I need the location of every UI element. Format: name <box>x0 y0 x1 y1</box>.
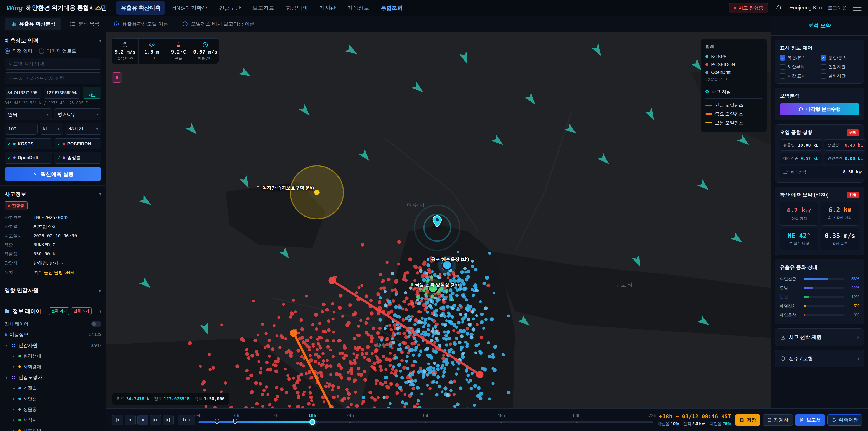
display-option-checkbox[interactable]: 날짜시간 <box>821 73 860 79</box>
latitude-input[interactable] <box>4 87 41 98</box>
collapse-chevron-icon[interactable]: ▾ <box>99 191 101 197</box>
pollutant-layer-button[interactable] <box>112 72 122 83</box>
play-button[interactable] <box>137 414 148 425</box>
collapse-chevron-icon[interactable]: ▸ <box>99 288 101 293</box>
layer-tree-item[interactable]: ▸해안선 <box>0 394 106 404</box>
tree-chevron-icon[interactable]: ▾ <box>4 375 8 380</box>
display-option-checkbox[interactable]: 해안부착 <box>780 64 818 70</box>
tree-chevron-icon[interactable]: ▸ <box>12 354 16 359</box>
grid-icon <box>11 375 16 380</box>
layer-tree-item[interactable]: ▸서식지 <box>0 415 106 425</box>
nav-item[interactable]: 기상정보 <box>342 1 374 15</box>
logout-button[interactable]: 로그아웃 <box>828 5 847 11</box>
layer-tree-item[interactable]: ▾민감자원3,947 <box>0 340 106 351</box>
map-status-item: 축척 1:50,000 <box>194 396 225 402</box>
radio-image-upload[interactable]: 이미지 업로드 <box>39 48 76 54</box>
spill-point-marker[interactable] <box>432 215 442 228</box>
doc-action-button[interactable]: 보고서 <box>795 414 825 426</box>
layer-tree-item[interactable]: 어장정보17,129 <box>0 329 106 340</box>
layer-tree-item[interactable]: ▸사회경제 <box>0 361 106 372</box>
skip-to-start-button[interactable] <box>112 414 123 425</box>
nav-item[interactable]: 긴급구난 <box>214 1 246 15</box>
nav-item[interactable]: 통합조회 <box>376 1 408 15</box>
accident-list-input[interactable] <box>4 72 101 84</box>
refresh-action-button[interactable]: 재계산 <box>763 414 793 426</box>
tree-chevron-icon[interactable]: ▸ <box>12 386 16 391</box>
layer-tree-item[interactable]: ▸계절별 <box>0 383 106 394</box>
menu-icon[interactable] <box>852 4 862 11</box>
collapse-chevron-icon[interactable]: ▾ <box>99 38 101 43</box>
tab-active[interactable]: 유출유 확산분석 <box>5 18 61 30</box>
display-option-checkbox[interactable]: ✓유향/유속 <box>780 55 818 61</box>
tree-chevron-icon[interactable]: ▸ <box>12 407 16 412</box>
accident-name-input[interactable] <box>4 58 101 70</box>
pollution-status-card: 오염 종합 상황 위험 유출량10.00 kL증발량0.43 kL해상잔존9.5… <box>775 124 864 183</box>
layer-tree-item[interactable]: ▾민감도평가 <box>0 372 106 383</box>
spill-type-select[interactable]: 연속▾ <box>4 109 52 120</box>
notification-bell-icon[interactable] <box>774 3 784 13</box>
nav-item[interactable]: 게시판 <box>314 1 341 15</box>
layer-tree-item[interactable]: ▸환경생태 <box>0 351 106 361</box>
unit-select[interactable]: kL▾ <box>40 123 63 135</box>
summary-tab-header[interactable]: 분석 요약 <box>771 16 868 36</box>
tree-chevron-icon[interactable]: ▸ <box>12 364 16 369</box>
nav-item[interactable]: 항공탐색 <box>281 1 313 15</box>
incident-row-label: 유출량 <box>4 251 31 257</box>
tab-item[interactable]: 유출유확산모델 이론 <box>108 18 174 30</box>
incident-info-section: 사고정보 ▾ 진행중 사고코드INC-2025-0042사고명씨프린스호사고일시… <box>0 186 106 282</box>
alert-dot-icon <box>734 6 736 9</box>
model-toggle[interactable]: ✓앙상블 <box>54 152 102 164</box>
layer-tree-item[interactable]: ▸보호지역 <box>0 425 106 431</box>
radio-direct-input[interactable]: 직접 입력 <box>4 48 33 54</box>
nav-item[interactable]: 유출유 확산예측 <box>116 1 166 15</box>
layer-tree-item[interactable]: ▸생물종 <box>0 404 106 415</box>
chart-icon <box>11 21 17 27</box>
nav-item[interactable]: 보고자료 <box>248 1 279 15</box>
tree-chevron-icon[interactable]: ▸ <box>12 418 16 423</box>
anchor-action-button[interactable]: 예측저장 <box>827 414 862 426</box>
timeline-handle[interactable] <box>309 419 315 425</box>
tree-chevron-icon[interactable]: ▸ <box>12 428 16 431</box>
run-prediction-button[interactable]: 확산예측 실행 <box>4 167 101 181</box>
duration-select[interactable]: 48시간▾ <box>65 123 101 135</box>
timeline-event-marker[interactable] <box>232 418 238 425</box>
tab-item[interactable]: 오일펜스 배치 알고리즘 이론 <box>177 18 260 30</box>
all-layers-on-button[interactable]: 전체 켜기 <box>49 307 69 315</box>
tree-chevron-icon[interactable]: ▸ <box>12 396 16 401</box>
tab-item[interactable]: 분석 목록 <box>64 18 105 30</box>
collapsed-section-shield[interactable]: 선주 / 보험› <box>775 350 864 367</box>
speed-select[interactable]: 1x▾ <box>178 414 195 425</box>
all-layers-off-button[interactable]: 전체 끄기 <box>71 307 92 315</box>
collapse-chevron-icon[interactable]: ▾ <box>99 308 101 314</box>
save-action-button[interactable]: 저장 <box>735 414 761 426</box>
tree-chevron-icon[interactable]: ▾ <box>4 343 8 348</box>
display-option-checkbox[interactable]: 시간 표시 <box>780 73 818 79</box>
map-legend: 범례 KOSPSPOSEIDONOpenDrift (앙상블 모드) 사고 지점… <box>701 39 767 132</box>
layer-label: 서식지 <box>23 417 37 423</box>
skip-to-end-button[interactable] <box>163 414 174 425</box>
display-option-checkbox[interactable]: ✓풍향/풍속 <box>821 55 860 61</box>
stat-label: 확산율 <box>657 422 671 426</box>
fast-forward-button[interactable] <box>150 414 161 425</box>
longitude-input[interactable] <box>43 87 81 98</box>
timeline-event-marker[interactable] <box>215 418 219 425</box>
model-toggle-grid: ✓KOSPS✓POSEIDON✓OpenDrift✓앙상블 <box>4 138 101 164</box>
display-option-checkbox[interactable]: 민감자원 <box>821 64 860 70</box>
collapsed-section-ship[interactable]: 사고 선박 제원› <box>775 329 864 346</box>
stat-label: 면적 <box>683 422 692 426</box>
model-toggle[interactable]: ✓OpenDrift <box>4 152 52 164</box>
previous-step-button[interactable] <box>125 414 135 425</box>
master-layer-label: 전체 레이어 <box>4 321 29 327</box>
model-toggle[interactable]: ✓POSEIDON <box>54 138 102 149</box>
timeline-slider[interactable] <box>199 421 652 423</box>
nav-item[interactable]: HNS·대기확산 <box>167 1 212 15</box>
master-layer-toggle[interactable] <box>91 321 101 327</box>
map-locate-button[interactable]: 지도 <box>83 87 101 98</box>
model-toggle[interactable]: ✓KOSPS <box>4 138 52 149</box>
weathering-bar <box>804 296 845 298</box>
map-canvas[interactable]: 9.2 m/s풍속 (SW)1.8 m파고9.2°C수온0.67 m/s해류 (… <box>106 32 771 408</box>
amount-input[interactable] <box>4 123 37 135</box>
oil-type-select[interactable]: 벙커C유▾ <box>54 109 102 120</box>
polygon-analysis-button[interactable]: 다각형 분석수행 <box>780 103 859 116</box>
forecast-value: 6.2 km <box>829 206 851 214</box>
